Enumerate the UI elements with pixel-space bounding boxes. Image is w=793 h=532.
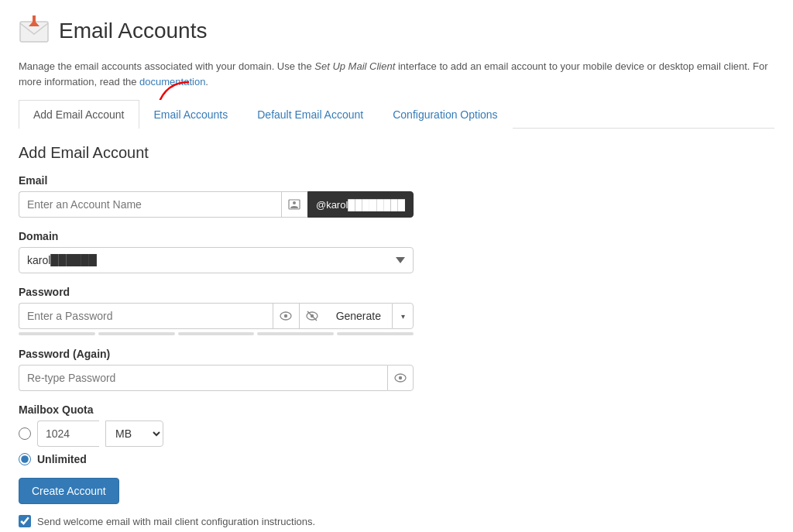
quota-form-group: Mailbox Quota MB GB Unlimited [19,403,774,465]
email-contact-icon-btn[interactable] [281,191,307,218]
strength-bar-4 [257,332,334,335]
strength-bar-2 [98,332,175,335]
unlimited-label: Unlimited [37,453,87,465]
password-hide-icon-btn[interactable] [299,303,325,329]
welcome-email-row: Send welcome email with mail client conf… [19,515,774,527]
svg-rect-2 [33,15,36,26]
welcome-email-label: Send welcome email with mail client conf… [37,516,315,527]
eye-slash-icon [306,311,318,321]
svg-point-5 [293,201,296,204]
retype-password-input[interactable] [19,365,387,391]
tab-configuration-options[interactable]: Configuration Options [378,100,512,129]
retype-input-row [19,365,414,391]
tab-email-accounts[interactable]: Email Accounts [139,100,243,129]
email-domain-badge: @karol████████ [307,191,414,218]
strength-bar-3 [178,332,255,335]
retype-show-icon-btn[interactable] [387,365,414,391]
tab-default-email-account[interactable]: Default Email Account [242,100,378,129]
password-input-row: Generate ▾ [19,303,414,329]
generate-dropdown-btn[interactable]: ▾ [392,303,414,329]
contact-icon [288,199,300,210]
strength-bar-1 [19,332,95,335]
generate-button[interactable]: Generate [325,303,392,329]
section-title: Add Email Account [19,144,774,162]
password-show-icon-btn[interactable] [273,303,299,329]
password-again-form-group: Password (Again) [19,348,774,391]
description-suffix: . [205,76,208,88]
eye-icon [280,311,292,321]
tab-add-email-account[interactable]: Add Email Account [19,100,139,129]
quota-radio-fixed[interactable] [19,427,31,440]
strength-bar-5 [337,332,414,335]
email-accounts-icon [19,15,50,46]
domain-select[interactable]: karol██████ [19,247,414,273]
svg-point-7 [284,314,287,317]
welcome-email-checkbox[interactable] [19,515,31,527]
create-account-button[interactable]: Create Account [19,478,119,504]
quota-unit-select[interactable]: MB GB [105,420,163,447]
page-container: Email Accounts Manage the email accounts… [0,0,793,532]
page-description: Manage the email accounts associated wit… [19,59,774,89]
description-italic: Set Up Mail Client [314,60,395,72]
quota-row: MB GB [19,420,774,447]
tabs-container: Add Email Account Email Accounts Default… [19,100,774,129]
quota-input[interactable] [37,420,99,447]
svg-point-12 [399,376,402,379]
domain-form-group: Domain karol██████ [19,230,774,273]
password-again-label: Password (Again) [19,348,774,360]
page-title: Email Accounts [59,19,207,43]
description-prefix: Manage the email accounts associated wit… [19,60,314,72]
chevron-down-icon: ▾ [401,312,405,321]
password-strength-bars [19,332,414,335]
domain-label: Domain [19,230,774,242]
tabs: Add Email Account Email Accounts Default… [19,100,774,128]
email-name-input[interactable] [19,191,281,218]
quota-radio-unlimited[interactable] [19,453,31,465]
email-form-group: Email @karol████████ [19,174,774,218]
email-input-row: @karol████████ [19,191,414,218]
quota-label: Mailbox Quota [19,403,774,416]
password-label: Password [19,286,774,298]
email-label: Email [19,174,774,187]
password-form-group: Password Generate ▾ [19,286,774,335]
unlimited-row: Unlimited [19,453,774,465]
password-input[interactable] [19,303,273,329]
page-header: Email Accounts [19,15,774,46]
documentation-link[interactable]: documentation [139,76,205,88]
eye-icon-retype [394,373,407,383]
